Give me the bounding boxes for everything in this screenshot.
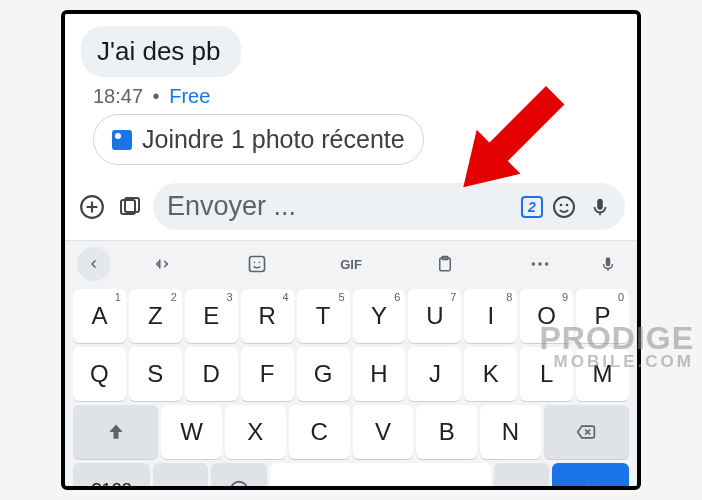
key-J[interactable]: J — [408, 347, 461, 401]
svg-rect-7 — [249, 257, 264, 272]
message-meta: 18:47 • Free — [93, 85, 621, 108]
svg-point-4 — [560, 203, 563, 206]
phone-screen: J'ai des pb 18:47 • Free Joindre 1 photo… — [61, 10, 641, 490]
svg-point-5 — [566, 203, 569, 206]
svg-point-12 — [531, 262, 534, 265]
backspace-key[interactable] — [544, 405, 629, 459]
key-O[interactable]: O9 — [520, 289, 573, 343]
key-F[interactable]: F — [241, 347, 294, 401]
enter-key[interactable] — [552, 463, 629, 490]
key-C[interactable]: C — [289, 405, 350, 459]
gallery-button[interactable] — [115, 192, 145, 222]
svg-point-16 — [231, 482, 248, 490]
svg-point-3 — [554, 197, 574, 217]
emoji-icon[interactable] — [549, 192, 579, 222]
key-M[interactable]: M — [576, 347, 629, 401]
key-R[interactable]: R4 — [241, 289, 294, 343]
symbols-key[interactable]: ?123 — [73, 463, 150, 490]
attach-suggestion-chip[interactable]: Joindre 1 photo récente — [93, 114, 424, 165]
message-time: 18:47 — [93, 85, 143, 107]
svg-point-18 — [241, 487, 243, 489]
message-bubble: J'ai des pb — [81, 26, 241, 77]
key-N[interactable]: N — [480, 405, 541, 459]
input-placeholder: Envoyer ... — [167, 191, 515, 222]
key-K[interactable]: K — [464, 347, 517, 401]
period-key[interactable]: . — [494, 463, 549, 490]
svg-rect-6 — [597, 198, 603, 209]
key-Y[interactable]: Y6 — [353, 289, 406, 343]
key-B[interactable]: B — [416, 405, 477, 459]
photo-icon — [112, 130, 132, 150]
keyboard-toolbar: GIF — [65, 241, 637, 287]
attachment-badge: 2 — [521, 196, 543, 218]
emoji-key[interactable] — [211, 463, 266, 490]
key-G[interactable]: G — [297, 347, 350, 401]
key-Q[interactable]: Q — [73, 347, 126, 401]
key-T[interactable]: T5 — [297, 289, 350, 343]
mic-icon[interactable] — [585, 192, 615, 222]
key-X[interactable]: X — [225, 405, 286, 459]
shift-key[interactable] — [73, 405, 158, 459]
svg-rect-15 — [606, 257, 611, 266]
space-key[interactable] — [270, 463, 491, 490]
carrier-label: Free — [169, 85, 210, 107]
key-A[interactable]: A1 — [73, 289, 126, 343]
voice-typing-icon[interactable] — [591, 247, 625, 281]
message-input[interactable]: Envoyer ... 2 — [153, 183, 625, 230]
collapse-icon[interactable] — [77, 247, 111, 281]
chat-area: J'ai des pb 18:47 • Free Joindre 1 photo… — [65, 14, 637, 179]
gif-button[interactable]: GIF — [308, 247, 394, 281]
key-U[interactable]: U7 — [408, 289, 461, 343]
key-E[interactable]: E3 — [185, 289, 238, 343]
key-Z[interactable]: Z2 — [129, 289, 182, 343]
sticker-icon[interactable] — [213, 247, 299, 281]
svg-point-13 — [538, 262, 541, 265]
more-icon[interactable] — [497, 247, 583, 281]
svg-point-9 — [258, 262, 260, 264]
comma-key[interactable]: , — [153, 463, 208, 490]
key-H[interactable]: H — [353, 347, 406, 401]
key-I[interactable]: I8 — [464, 289, 517, 343]
key-S[interactable]: S — [129, 347, 182, 401]
add-button[interactable] — [77, 192, 107, 222]
svg-point-14 — [545, 262, 548, 265]
key-V[interactable]: V — [353, 405, 414, 459]
key-W[interactable]: W — [161, 405, 222, 459]
suggestion-label: Joindre 1 photo récente — [142, 125, 405, 154]
compose-bar: Envoyer ... 2 — [65, 179, 637, 241]
clipboard-icon[interactable] — [402, 247, 488, 281]
key-P[interactable]: P0 — [576, 289, 629, 343]
key-L[interactable]: L — [520, 347, 573, 401]
svg-point-17 — [235, 487, 237, 489]
keyboard: A1Z2E3R4T5Y6U7I8O9P0 QSDFGHJKLM WXCVBN ?… — [65, 287, 637, 490]
key-D[interactable]: D — [185, 347, 238, 401]
svg-point-8 — [253, 262, 255, 264]
text-select-icon[interactable] — [119, 247, 205, 281]
